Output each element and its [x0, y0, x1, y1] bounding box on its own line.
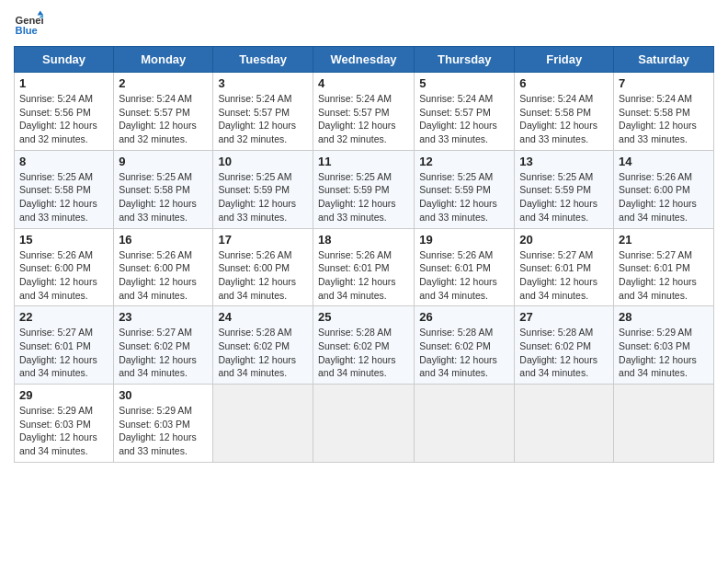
day-info: Sunrise: 5:28 AM Sunset: 6:02 PM Dayligh…	[419, 326, 509, 380]
column-header-tuesday: Tuesday	[213, 47, 313, 73]
calendar-cell: 21 Sunrise: 5:27 AM Sunset: 6:01 PM Dayl…	[614, 228, 714, 306]
day-info: Sunrise: 5:26 AM Sunset: 6:00 PM Dayligh…	[619, 170, 709, 224]
svg-marker-2	[38, 11, 43, 16]
day-number: 8	[19, 155, 108, 168]
day-info: Sunrise: 5:26 AM Sunset: 6:00 PM Dayligh…	[119, 248, 208, 303]
calendar-week-1: 1 Sunrise: 5:24 AM Sunset: 5:56 PM Dayli…	[15, 73, 714, 151]
day-number: 9	[119, 155, 208, 168]
day-info: Sunrise: 5:27 AM Sunset: 6:01 PM Dayligh…	[519, 248, 609, 303]
calendar-cell: 8 Sunrise: 5:25 AM Sunset: 5:58 PM Dayli…	[15, 150, 114, 228]
calendar-cell	[213, 385, 313, 463]
day-number: 23	[119, 310, 208, 324]
column-header-thursday: Thursday	[415, 47, 515, 73]
calendar-cell: 26 Sunrise: 5:28 AM Sunset: 6:02 PM Dayl…	[415, 306, 515, 385]
day-number: 13	[519, 155, 609, 168]
day-info: Sunrise: 5:26 AM Sunset: 6:00 PM Dayligh…	[218, 248, 308, 303]
day-headers-row: SundayMondayTuesdayWednesdayThursdayFrid…	[15, 47, 714, 73]
day-info: Sunrise: 5:24 AM Sunset: 5:57 PM Dayligh…	[218, 92, 308, 146]
day-info: Sunrise: 5:29 AM Sunset: 6:03 PM Dayligh…	[619, 326, 709, 380]
day-number: 29	[19, 388, 108, 402]
day-number: 20	[519, 233, 609, 247]
day-info: Sunrise: 5:24 AM Sunset: 5:56 PM Dayligh…	[19, 92, 108, 146]
calendar-cell	[515, 385, 614, 463]
day-info: Sunrise: 5:26 AM Sunset: 6:01 PM Dayligh…	[419, 248, 509, 303]
page-header: General Blue	[14, 9, 714, 39]
calendar-cell: 29 Sunrise: 5:29 AM Sunset: 6:03 PM Dayl…	[15, 385, 114, 463]
day-number: 22	[19, 310, 108, 324]
calendar-cell: 1 Sunrise: 5:24 AM Sunset: 5:56 PM Dayli…	[15, 73, 114, 151]
calendar-cell: 15 Sunrise: 5:26 AM Sunset: 6:00 PM Dayl…	[15, 228, 114, 306]
day-number: 11	[318, 155, 409, 168]
calendar-cell: 3 Sunrise: 5:24 AM Sunset: 5:57 PM Dayli…	[213, 73, 313, 151]
calendar-cell: 2 Sunrise: 5:24 AM Sunset: 5:57 PM Dayli…	[114, 73, 213, 151]
calendar-cell: 13 Sunrise: 5:25 AM Sunset: 5:59 PM Dayl…	[515, 150, 614, 228]
day-info: Sunrise: 5:25 AM Sunset: 5:59 PM Dayligh…	[519, 170, 609, 224]
day-info: Sunrise: 5:25 AM Sunset: 5:58 PM Dayligh…	[119, 170, 208, 224]
svg-text:Blue: Blue	[16, 25, 38, 36]
day-number: 19	[419, 233, 509, 247]
day-number: 27	[519, 310, 609, 324]
calendar-cell: 20 Sunrise: 5:27 AM Sunset: 6:01 PM Dayl…	[515, 228, 614, 306]
column-header-sunday: Sunday	[15, 47, 114, 73]
calendar-cell: 23 Sunrise: 5:27 AM Sunset: 6:02 PM Dayl…	[114, 306, 213, 385]
day-number: 30	[119, 388, 208, 402]
day-number: 24	[218, 310, 308, 324]
day-info: Sunrise: 5:24 AM Sunset: 5:58 PM Dayligh…	[619, 92, 709, 146]
calendar-cell: 17 Sunrise: 5:26 AM Sunset: 6:00 PM Dayl…	[213, 228, 313, 306]
calendar-cell: 6 Sunrise: 5:24 AM Sunset: 5:58 PM Dayli…	[515, 73, 614, 151]
day-info: Sunrise: 5:25 AM Sunset: 5:59 PM Dayligh…	[218, 170, 308, 224]
day-number: 4	[318, 76, 409, 90]
day-info: Sunrise: 5:29 AM Sunset: 6:03 PM Dayligh…	[19, 404, 108, 458]
calendar-cell: 5 Sunrise: 5:24 AM Sunset: 5:57 PM Dayli…	[415, 73, 515, 151]
calendar-cell: 14 Sunrise: 5:26 AM Sunset: 6:00 PM Dayl…	[614, 150, 714, 228]
day-number: 28	[619, 310, 709, 324]
day-info: Sunrise: 5:27 AM Sunset: 6:01 PM Dayligh…	[19, 326, 108, 380]
calendar-cell: 4 Sunrise: 5:24 AM Sunset: 5:57 PM Dayli…	[313, 73, 414, 151]
logo: General Blue	[14, 9, 47, 39]
day-info: Sunrise: 5:26 AM Sunset: 6:00 PM Dayligh…	[19, 248, 108, 303]
calendar-week-2: 8 Sunrise: 5:25 AM Sunset: 5:58 PM Dayli…	[15, 150, 714, 228]
calendar-cell: 25 Sunrise: 5:28 AM Sunset: 6:02 PM Dayl…	[313, 306, 414, 385]
calendar-cell: 7 Sunrise: 5:24 AM Sunset: 5:58 PM Dayli…	[614, 73, 714, 151]
day-number: 12	[419, 155, 509, 168]
calendar-week-5: 29 Sunrise: 5:29 AM Sunset: 6:03 PM Dayl…	[15, 385, 714, 463]
day-number: 6	[519, 76, 609, 90]
calendar-cell: 16 Sunrise: 5:26 AM Sunset: 6:00 PM Dayl…	[114, 228, 213, 306]
day-number: 25	[318, 310, 409, 324]
calendar-cell	[313, 385, 414, 463]
calendar-cell: 11 Sunrise: 5:25 AM Sunset: 5:59 PM Dayl…	[313, 150, 414, 228]
day-info: Sunrise: 5:24 AM Sunset: 5:58 PM Dayligh…	[519, 92, 609, 146]
day-number: 7	[619, 76, 709, 90]
day-number: 14	[619, 155, 709, 168]
day-info: Sunrise: 5:25 AM Sunset: 5:59 PM Dayligh…	[318, 170, 409, 224]
day-number: 15	[19, 233, 108, 247]
day-number: 16	[119, 233, 208, 247]
calendar-cell: 19 Sunrise: 5:26 AM Sunset: 6:01 PM Dayl…	[415, 228, 515, 306]
day-number: 3	[218, 76, 308, 90]
calendar-cell: 30 Sunrise: 5:29 AM Sunset: 6:03 PM Dayl…	[114, 385, 213, 463]
day-info: Sunrise: 5:27 AM Sunset: 6:02 PM Dayligh…	[119, 326, 208, 380]
day-info: Sunrise: 5:28 AM Sunset: 6:02 PM Dayligh…	[318, 326, 409, 380]
calendar-cell: 24 Sunrise: 5:28 AM Sunset: 6:02 PM Dayl…	[213, 306, 313, 385]
day-info: Sunrise: 5:25 AM Sunset: 5:59 PM Dayligh…	[419, 170, 509, 224]
day-number: 2	[119, 76, 208, 90]
calendar-cell: 18 Sunrise: 5:26 AM Sunset: 6:01 PM Dayl…	[313, 228, 414, 306]
calendar-table: SundayMondayTuesdayWednesdayThursdayFrid…	[14, 46, 714, 463]
day-info: Sunrise: 5:24 AM Sunset: 5:57 PM Dayligh…	[318, 92, 409, 146]
day-info: Sunrise: 5:24 AM Sunset: 5:57 PM Dayligh…	[119, 92, 208, 146]
day-info: Sunrise: 5:27 AM Sunset: 6:01 PM Dayligh…	[619, 248, 709, 303]
column-header-friday: Friday	[515, 47, 614, 73]
day-info: Sunrise: 5:28 AM Sunset: 6:02 PM Dayligh…	[218, 326, 308, 380]
calendar-cell: 27 Sunrise: 5:28 AM Sunset: 6:02 PM Dayl…	[515, 306, 614, 385]
svg-text:General: General	[16, 15, 43, 26]
calendar-cell: 28 Sunrise: 5:29 AM Sunset: 6:03 PM Dayl…	[614, 306, 714, 385]
calendar-week-3: 15 Sunrise: 5:26 AM Sunset: 6:00 PM Dayl…	[15, 228, 714, 306]
calendar-cell: 9 Sunrise: 5:25 AM Sunset: 5:58 PM Dayli…	[114, 150, 213, 228]
day-number: 17	[218, 233, 308, 247]
day-number: 10	[218, 155, 308, 168]
calendar-cell: 12 Sunrise: 5:25 AM Sunset: 5:59 PM Dayl…	[415, 150, 515, 228]
calendar-cell	[415, 385, 515, 463]
day-number: 26	[419, 310, 509, 324]
column-header-wednesday: Wednesday	[313, 47, 414, 73]
day-info: Sunrise: 5:29 AM Sunset: 6:03 PM Dayligh…	[119, 404, 208, 458]
